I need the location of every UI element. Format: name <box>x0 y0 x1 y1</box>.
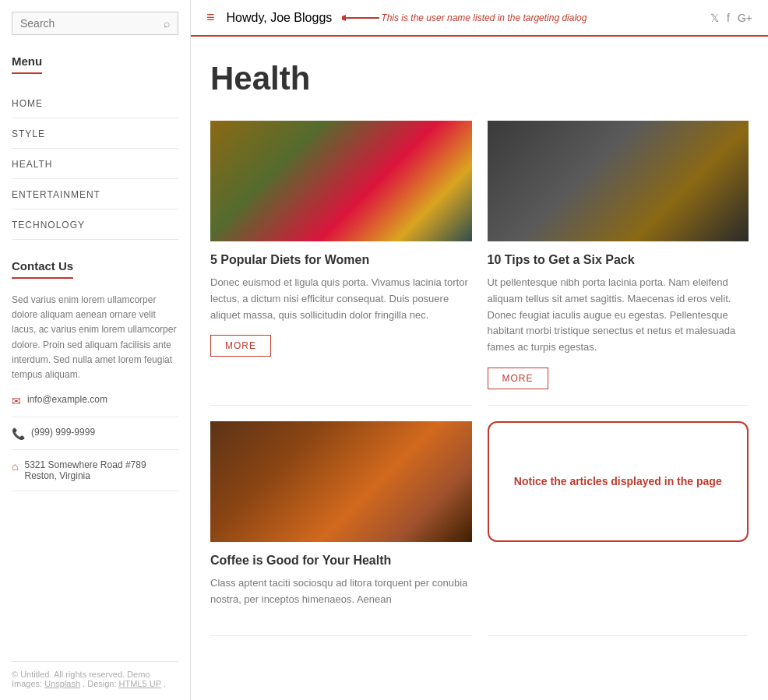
menu-list: HOME STYLE HEALTH ENTERTAINMENT TECHNOLO… <box>12 88 178 240</box>
contact-description: Sed varius enim lorem ullamcorper dolore… <box>12 293 178 382</box>
search-input[interactable] <box>20 17 164 30</box>
menu-link-home[interactable]: HOME <box>12 98 43 109</box>
contact-address: ⌂ 5321 Somewhere Road #789 Reston, Virgi… <box>12 459 178 491</box>
hamburger-icon[interactable]: ≡ <box>206 9 215 26</box>
phone-value: (999) 999-9999 <box>31 427 95 438</box>
page-title: Health <box>210 60 749 97</box>
annotation-text: This is the user name listed in the targ… <box>381 12 587 23</box>
page-body: Health 5 Popular Diets for Women Donec e… <box>191 37 768 660</box>
contact-heading: Contact Us <box>12 259 73 279</box>
menu-link-style[interactable]: STYLE <box>12 128 45 139</box>
search-button[interactable]: ⌕ <box>164 17 170 30</box>
annotation-wrapper: This is the user name listed in the targ… <box>342 10 587 26</box>
site-header: ≡ Howdy, Joe Bloggs This is the user nam… <box>191 0 768 37</box>
menu-section: Menu HOME STYLE HEALTH ENTERTAINMENT TEC… <box>12 55 178 259</box>
footer-text3: . <box>164 679 166 688</box>
main-content: ≡ Howdy, Joe Bloggs This is the user nam… <box>191 0 768 700</box>
contact-email[interactable]: ✉ info@example.com <box>12 394 178 417</box>
article-image-food <box>210 121 472 241</box>
coffee-image <box>210 421 472 542</box>
article-card-1: 5 Popular Diets for Women Donec euismod … <box>210 121 472 406</box>
article-title-1[interactable]: 5 Popular Diets for Women <box>210 253 472 267</box>
notice-text: Notice the articles displayed in the pag… <box>514 475 722 487</box>
article-title-2[interactable]: 10 Tips to Get a Six Pack <box>488 253 749 267</box>
more-button-2[interactable]: MORE <box>488 368 548 389</box>
menu-item-home[interactable]: HOME <box>12 88 178 118</box>
sidebar: ⌕ Menu HOME STYLE HEALTH ENTERTAINMENT T… <box>0 0 191 700</box>
article-excerpt-3: Class aptent taciti sociosqu ad litora t… <box>210 575 472 608</box>
email-icon: ✉ <box>12 395 21 407</box>
menu-heading: Menu <box>12 55 42 74</box>
contact-section: Contact Us Sed varius enim lorem ullamco… <box>12 259 178 501</box>
footer-link-html5up[interactable]: HTML5 UP <box>119 679 161 688</box>
notice-card: Notice the articles displayed in the pag… <box>488 421 749 636</box>
food-image <box>210 121 472 241</box>
article-image-fitness <box>488 121 749 241</box>
article-excerpt-2: Ut pellentesque nibh porta lacinia porta… <box>488 275 749 356</box>
menu-link-technology[interactable]: TECHNOLOGY <box>12 220 85 230</box>
phone-icon: 📞 <box>12 427 25 440</box>
menu-item-style[interactable]: STYLE <box>12 118 178 149</box>
sidebar-footer: © Untitled. All rights reserved. Demo Im… <box>12 661 178 688</box>
articles-grid: 5 Popular Diets for Women Donec euismod … <box>210 121 749 636</box>
social-icons: 𝕏 f G+ <box>710 12 752 24</box>
menu-item-entertainment[interactable]: ENTERTAINMENT <box>12 179 178 209</box>
fitness-image <box>488 121 749 241</box>
header-left: ≡ Howdy, Joe Bloggs This is the user nam… <box>206 9 587 26</box>
article-card-2: 10 Tips to Get a Six Pack Ut pellentesqu… <box>488 121 749 406</box>
address-icon: ⌂ <box>12 460 18 473</box>
menu-link-health[interactable]: HEALTH <box>12 159 52 170</box>
search-icon: ⌕ <box>164 17 170 30</box>
article-image-coffee <box>210 421 472 542</box>
greeting-wrapper: Howdy, Joe Bloggs This is the user name … <box>227 10 587 26</box>
article-card-3: Coffee is Good for Your Health Class apt… <box>210 421 472 636</box>
arrow-icon <box>342 10 381 26</box>
article-excerpt-1: Donec euismod et ligula quis porta. Viva… <box>210 275 472 323</box>
twitter-icon[interactable]: 𝕏 <box>710 12 719 24</box>
menu-item-health[interactable]: HEALTH <box>12 149 178 179</box>
footer-text2: . Design: <box>83 679 118 688</box>
notice-box: Notice the articles displayed in the pag… <box>488 421 749 542</box>
menu-link-entertainment[interactable]: ENTERTAINMENT <box>12 189 100 200</box>
search-box[interactable]: ⌕ <box>12 12 178 35</box>
contact-phone[interactable]: 📞 (999) 999-9999 <box>12 427 178 450</box>
address-line1: 5321 Somewhere Road #789 <box>24 459 146 470</box>
more-button-1[interactable]: MORE <box>210 335 271 357</box>
footer-link-unsplash[interactable]: Unsplash <box>44 679 80 688</box>
user-greeting: Howdy, Joe Bloggs <box>227 11 333 25</box>
google-plus-icon[interactable]: G+ <box>738 12 752 24</box>
facebook-icon[interactable]: f <box>727 12 730 24</box>
email-value: info@example.com <box>27 394 107 405</box>
article-title-3[interactable]: Coffee is Good for Your Health <box>210 554 472 568</box>
menu-item-technology[interactable]: TECHNOLOGY <box>12 209 178 240</box>
address-line2: Reston, Virginia <box>24 470 146 481</box>
